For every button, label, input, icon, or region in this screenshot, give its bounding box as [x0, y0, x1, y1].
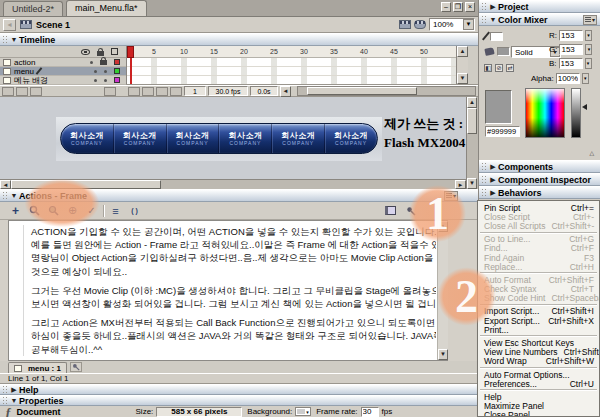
frame-grid[interactable] [127, 58, 456, 84]
outline-icon[interactable] [111, 48, 118, 55]
stroke-pencil-icon[interactable] [482, 32, 490, 41]
reference-book-icon[interactable] [383, 204, 398, 217]
frame-rate-indicator[interactable]: 30.0 fps [208, 86, 248, 96]
frame-rate-input[interactable] [361, 407, 379, 417]
zoom-select[interactable]: 100% [429, 18, 475, 31]
locked-icon[interactable] [100, 60, 107, 65]
script-text[interactable]: ACTION을 기입할 수 있는 공간이며, 어떤 ACTION을 넣을 수 있… [23, 225, 436, 356]
collapse-arrow-icon[interactable] [488, 176, 498, 184]
layer-row-menu-bg[interactable]: 메뉴 배경 [0, 76, 126, 85]
layer-color-swatch[interactable] [114, 59, 120, 65]
trash-icon[interactable] [104, 87, 116, 96]
color-mixer-panel-header[interactable]: Color Mixer [479, 13, 600, 26]
properties-panel-header[interactable]: Properties [0, 395, 478, 406]
project-panel-header[interactable]: Project [479, 0, 600, 13]
behaviors-panel-header[interactable]: Behaviors [479, 186, 600, 199]
onion-skin-icon[interactable] [142, 87, 154, 96]
layer-color-swatch[interactable] [114, 68, 120, 74]
stepper-icon[interactable] [582, 73, 589, 84]
scroll-right-icon[interactable] [455, 180, 466, 189]
collapse-arrow-icon[interactable] [9, 36, 19, 43]
scrollbar-thumb[interactable] [467, 108, 477, 134]
timeline-ruler[interactable]: 5 10 15 20 25 30 35 40 45 50 [127, 46, 456, 58]
background-color-swatch[interactable] [295, 407, 311, 416]
check-syntax-icon[interactable] [84, 204, 99, 217]
nav-menu-bar[interactable]: 회사소개 COMPANY 회사소개 COMPANY 회사소개 COMPANY 회… [60, 123, 378, 154]
onion-outline-icon[interactable] [156, 87, 168, 96]
collapse-arrow-icon[interactable] [488, 3, 498, 11]
default-colors-icon[interactable] [484, 64, 492, 72]
panel-options-menu-icon[interactable] [583, 15, 597, 25]
gripper-icon[interactable] [2, 35, 9, 44]
alpha-input[interactable] [556, 73, 580, 84]
gripper-icon[interactable] [2, 385, 9, 394]
panel-options-menu-icon[interactable] [444, 191, 458, 201]
scrollbar-thumb[interactable] [11, 180, 161, 189]
auto-format-icon[interactable] [108, 204, 123, 217]
restore-icon[interactable] [453, 2, 463, 12]
brightness-slider[interactable] [571, 88, 581, 138]
menu-item-print[interactable]: Print... [478, 325, 599, 334]
collapse-arrow-icon[interactable] [9, 192, 19, 199]
menu-item-close-panel[interactable]: Close Panel [478, 411, 599, 417]
motion-guide-icon[interactable] [16, 87, 28, 96]
fill-bucket-icon[interactable] [484, 47, 494, 56]
help-panel-header[interactable]: Help [0, 384, 478, 395]
layer-folder-icon[interactable] [30, 87, 42, 96]
insert-target-path-icon[interactable] [65, 204, 80, 217]
scroll-left-icon[interactable] [0, 180, 11, 189]
tab-main-menu-fla[interactable]: main_Menu.fla* [66, 0, 147, 16]
nav-button[interactable]: 회사소개 COMPANY [271, 124, 324, 153]
scroll-down-icon[interactable] [457, 73, 468, 84]
visible-dot-icon[interactable] [94, 79, 97, 82]
scrollbar-thumb[interactable] [307, 87, 417, 95]
frame-row[interactable] [127, 76, 456, 84]
show-code-hint-icon[interactable] [127, 204, 142, 217]
b-input[interactable] [559, 58, 583, 69]
visible-dot-icon[interactable] [94, 70, 97, 73]
stepper-icon[interactable] [585, 58, 592, 69]
tab-untitled-2[interactable]: Untitled-2* [3, 1, 63, 16]
menu-item-preferences[interactable]: Preferences...Ctrl+U [478, 379, 599, 388]
fill-color-chip[interactable] [497, 47, 510, 56]
insert-layer-icon[interactable] [2, 87, 14, 96]
scroll-down-icon[interactable] [438, 349, 448, 360]
component-inspector-panel-header[interactable]: Component Inspector [479, 173, 600, 186]
nav-button[interactable]: 회사소개 COMPANY [61, 124, 113, 153]
script-pane[interactable]: ACTION을 기입할 수 있는 공간이며, 어떤 ACTION을 넣을 수 있… [8, 220, 448, 361]
timeline-panel-header[interactable]: Timeline [0, 33, 478, 46]
gripper-icon[interactable] [481, 188, 488, 197]
swap-colors-icon[interactable] [506, 64, 514, 72]
r-input[interactable] [559, 30, 583, 41]
script-tab-menu[interactable]: menu : 1 [8, 362, 67, 373]
unlocked-dot-icon[interactable] [104, 79, 107, 82]
nav-button[interactable]: 회사소개 COMPANY [113, 124, 166, 153]
layer-color-swatch[interactable] [114, 77, 120, 83]
actions-panel-header[interactable]: Actions - Frame [0, 189, 478, 202]
hex-color-input[interactable] [485, 126, 520, 137]
scroll-left-icon[interactable] [280, 86, 291, 97]
collapse-arrow-icon[interactable] [9, 386, 19, 394]
timeline-frames[interactable]: 5 10 15 20 25 30 35 40 45 50 [127, 46, 456, 84]
components-panel-header[interactable]: Components [479, 160, 600, 173]
nav-button[interactable]: 회사소개 COMPANY [166, 124, 219, 153]
gripper-icon[interactable] [481, 2, 488, 11]
playhead[interactable] [127, 46, 134, 58]
g-input[interactable] [559, 44, 583, 55]
scroll-up-icon[interactable] [467, 97, 477, 108]
pin-script-tab-icon[interactable] [70, 362, 82, 372]
find-icon[interactable] [27, 204, 42, 217]
pin-script-icon[interactable] [403, 204, 418, 217]
scene-label[interactable]: Scene 1 [36, 20, 70, 30]
stroke-color-chip[interactable] [490, 32, 503, 41]
collapse-arrow-icon[interactable] [488, 16, 498, 23]
scroll-up-icon[interactable] [438, 221, 448, 232]
scroll-up-icon[interactable] [457, 46, 468, 57]
gripper-icon[interactable] [481, 175, 488, 184]
edit-symbols-icon[interactable] [414, 20, 426, 29]
collapse-arrow-icon[interactable] [488, 163, 498, 171]
menu-item-word-wrap[interactable]: Word WrapCtrl+Shift+W [478, 357, 599, 366]
stage[interactable]: 회사소개 COMPANY 회사소개 COMPANY 회사소개 COMPANY 회… [0, 97, 478, 189]
replace-icon[interactable] [46, 204, 61, 217]
stepper-icon[interactable] [585, 44, 592, 55]
